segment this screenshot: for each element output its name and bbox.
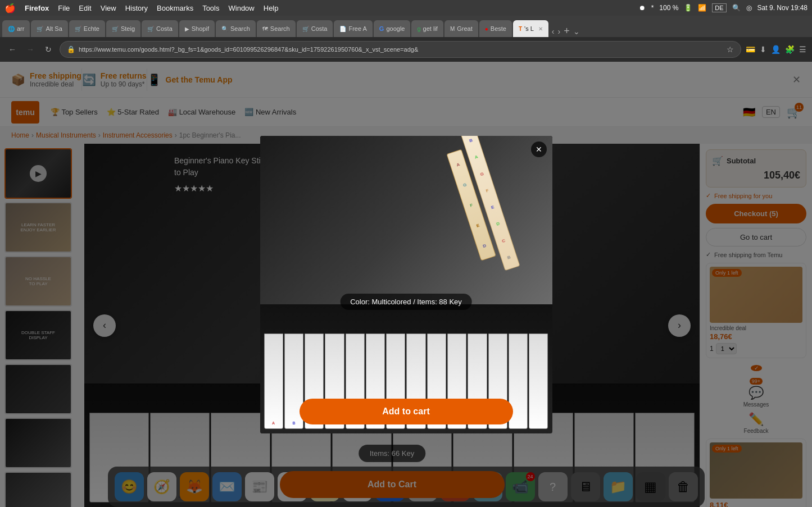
- clock: Sat 9. Nov 19:48: [757, 4, 808, 12]
- browser-chrome: 🌐arr 🛒Alt Sa 🛒Echte 🛒Steig 🛒Costa ▶Shopi…: [0, 16, 812, 62]
- modal-color-label: Color: Multicolored / Items: 88 Key: [340, 294, 472, 310]
- forward-button[interactable]: →: [24, 43, 37, 56]
- menu-history[interactable]: History: [125, 4, 148, 12]
- tab-costa2[interactable]: 🛒Costa: [297, 20, 333, 37]
- siri-icon[interactable]: ◎: [746, 4, 752, 12]
- modal-key-a: A: [264, 334, 283, 429]
- tab-getlif[interactable]: gget lif: [411, 20, 443, 37]
- hamburger-icon[interactable]: ☰: [799, 45, 806, 54]
- address-text: https://www.temu.com/goods.html?_bg_fs=1…: [79, 46, 418, 53]
- mac-menu-items: Firefox File Edit View History Bookmarks…: [25, 4, 279, 12]
- profile-icon[interactable]: 👤: [771, 45, 781, 54]
- download-icon[interactable]: ⬇: [760, 45, 766, 54]
- tab-search1[interactable]: 🔍Search: [216, 20, 256, 37]
- mac-menu-bar: 🍎 Firefox File Edit View History Bookmar…: [0, 0, 812, 16]
- battery-icon: 🔋: [684, 4, 692, 12]
- tab-costa1[interactable]: 🛒Costa: [142, 20, 178, 37]
- address-bar-row: ← → ↻ 🔒 https://www.temu.com/goods.html?…: [0, 37, 812, 62]
- bookmark-icon[interactable]: ☆: [727, 45, 734, 54]
- lock-icon: 🔒: [67, 45, 75, 53]
- modal-close-button[interactable]: ✕: [531, 141, 547, 157]
- battery-label: 100 %: [659, 4, 678, 12]
- mac-status-icons: ⏺ * 100 % 🔋 📶 DE 🔍 ◎ Sat 9. Nov 19:48: [639, 3, 808, 12]
- menu-edit[interactable]: Edit: [79, 4, 91, 12]
- tab-great[interactable]: MSat 9. Nov 19:48Great: [444, 20, 478, 37]
- tab-google[interactable]: Ggoogle: [374, 20, 411, 37]
- modal-image-container: ✕ B A G F E D C B A: [260, 136, 552, 433]
- tab-beste[interactable]: ●Beste: [479, 20, 512, 37]
- page-content: 📦 Free shipping Incredible deal 🔄 Free r…: [0, 62, 812, 507]
- tab-arr[interactable]: 🌐arr: [2, 20, 30, 37]
- address-input[interactable]: 🔒 https://www.temu.com/goods.html?_bg_fs…: [60, 41, 741, 58]
- tab-altsa[interactable]: 🛒Alt Sa: [31, 20, 67, 37]
- apple-icon[interactable]: 🍎: [4, 3, 16, 13]
- tab-prev-icon[interactable]: ‹: [552, 27, 555, 36]
- search-icon[interactable]: 🔍: [732, 4, 741, 12]
- tab-menu-icon[interactable]: ⌄: [573, 27, 580, 36]
- menu-help[interactable]: Help: [264, 4, 279, 12]
- tab-freea[interactable]: 📄Free A: [334, 20, 372, 37]
- modal-add-to-cart-button[interactable]: Add to cart: [300, 399, 513, 424]
- wallet-icon[interactable]: 💳: [746, 45, 755, 54]
- record-icon: ⏺: [639, 4, 646, 12]
- menu-file[interactable]: File: [58, 4, 70, 12]
- de-badge: DE: [712, 3, 726, 12]
- wifi-icon: 📶: [698, 4, 706, 12]
- image-modal-overlay[interactable]: ‹ ✕ B A G F E D C B: [0, 62, 812, 507]
- tab-steig[interactable]: 🛒Steig: [106, 20, 140, 37]
- tab-bar: 🌐arr 🛒Alt Sa 🛒Echte 🛒Steig 🛒Costa ▶Shopi…: [0, 16, 812, 37]
- extensions-icon[interactable]: 🧩: [785, 45, 795, 54]
- menu-bookmarks[interactable]: Bookmarks: [157, 4, 193, 12]
- tab-shopif[interactable]: ▶Shopif: [179, 20, 215, 37]
- tab-next-icon[interactable]: ›: [558, 27, 561, 36]
- modal-image: B A G F E D C B A G F E D: [260, 136, 552, 433]
- tab-echte[interactable]: 🛒Echte: [69, 20, 105, 37]
- tab-close-icon[interactable]: ✕: [538, 26, 543, 32]
- browser-toolbar-icons: 💳 ⬇ 👤 🧩 ☰: [746, 45, 806, 54]
- reload-button[interactable]: ↻: [42, 43, 55, 56]
- menu-view[interactable]: View: [101, 4, 116, 12]
- tab-temu-active[interactable]: T's L✕: [513, 20, 548, 37]
- menu-firefox[interactable]: Firefox: [25, 4, 49, 12]
- modal-key-g2: [529, 334, 548, 429]
- menu-tools[interactable]: Tools: [202, 4, 219, 12]
- menu-window[interactable]: Window: [229, 4, 255, 12]
- bluetooth-icon: *: [651, 4, 654, 12]
- tab-search2[interactable]: 🗺Search: [257, 20, 296, 37]
- back-button[interactable]: ←: [6, 43, 19, 56]
- new-tab-icon[interactable]: +: [564, 25, 570, 37]
